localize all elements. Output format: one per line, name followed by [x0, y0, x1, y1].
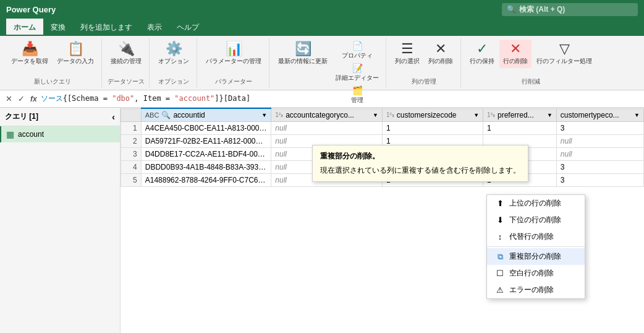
col-label-preferred: preferred...: [498, 111, 534, 119]
remove-top-rows-icon: ⬆: [494, 199, 506, 208]
cancel-formula-button[interactable]: ✕: [4, 93, 14, 104]
menu-item-remove-blank-rows[interactable]: ☐ 空白行の削除: [487, 265, 585, 282]
col-header-accountcategoryco[interactable]: 1²₃ accountcategoryco... ▼: [271, 108, 383, 122]
col-dropdown-accountid[interactable]: ▼: [261, 112, 267, 118]
cell-1-col2: null: [271, 122, 383, 135]
remove-blank-rows-icon: ☐: [494, 269, 506, 278]
remove-bottom-rows-icon: ⬇: [494, 215, 506, 225]
parameters-icon: 📊: [226, 42, 242, 56]
row-mgmt-label: 行削減: [522, 76, 540, 86]
remove-columns-button[interactable]: ✕ 列の削除: [425, 40, 457, 68]
menu-item-remove-bottom-rows[interactable]: ⬇ 下位の行の削除: [487, 212, 585, 228]
get-data-button[interactable]: 📥 データを取得: [7, 40, 52, 68]
menu-item-remove-errors[interactable]: ⚠ エラーの削除: [487, 282, 585, 298]
col-header-customertypeco[interactable]: customertypeco... ▼: [556, 108, 643, 122]
ribbon-group-data-source: 🔌 接続の管理 データソース: [103, 38, 150, 87]
ribbon-group-options: ⚙️ オプション オプション: [151, 38, 197, 87]
col-dropdown-customertypeco[interactable]: ▼: [634, 112, 640, 118]
remove-rows-icon: ✕: [510, 42, 521, 56]
advanced-editor-icon: 📝: [352, 63, 363, 73]
cell-5-accountid: A1488962-8788-4264-9FF0-C7C6225...: [141, 174, 271, 187]
cell-4-col5: 3: [556, 161, 643, 174]
col-label-accountcat: accountcategoryco...: [286, 111, 354, 119]
cell-1-col5: 3: [556, 122, 643, 135]
tab-view[interactable]: 表示: [140, 19, 169, 36]
remove-errors-icon: ⚠: [494, 285, 506, 295]
choose-columns-button[interactable]: ☰ 列の選択: [391, 40, 423, 68]
col-label-customertypeco: customertypeco...: [561, 111, 619, 119]
tooltip-title: 重複部分の削除。: [320, 150, 520, 162]
manage-connections-button[interactable]: 🔌 接続の管理: [107, 40, 145, 68]
refresh-button[interactable]: 🔄 最新の情報に更新: [274, 40, 331, 68]
options-button[interactable]: ⚙️ オプション: [155, 40, 193, 68]
tab-help[interactable]: ヘルプ: [169, 19, 206, 36]
properties-button[interactable]: 📄 プロパティ: [333, 40, 382, 61]
data-source-label: データソース: [108, 76, 145, 86]
menu-item-remove-duplicates[interactable]: ⧉ 重複部分の削除: [487, 248, 585, 265]
sidebar-item-account[interactable]: ▦ account: [0, 126, 120, 142]
row-num-2: 2: [121, 135, 142, 148]
col-type-customersize: 1²₃: [386, 111, 394, 118]
cell-1-col4: 1: [483, 122, 557, 135]
row-num-5: 5: [121, 174, 142, 187]
tooltip-body: 現在選択されている列に重複する値を含む行を削除します。: [320, 165, 520, 176]
keep-rows-icon: ✓: [477, 42, 488, 56]
menu-separator: [487, 246, 585, 247]
row-num-4: 4: [121, 161, 142, 174]
col-type-preferred: 1²₃: [487, 111, 495, 118]
ribbon-tabs: ホーム 変換 列を追加します 表示 ヘルプ: [0, 19, 644, 36]
search-box[interactable]: 🔍 検索 (Alt + Q): [502, 3, 638, 16]
enter-data-button[interactable]: 📋 データの入力: [53, 40, 98, 68]
cell-2-col5: null: [556, 135, 643, 148]
col-dropdown-accountcat[interactable]: ▼: [373, 112, 378, 118]
manage-parameters-button[interactable]: 📊 パラメーターの管理: [202, 40, 265, 68]
advanced-editor-button[interactable]: 📝 詳細エディター: [333, 62, 382, 84]
cell-3-accountid: D4DD8E17-CC2A-AE11-BDF4-002248...: [141, 148, 271, 161]
ribbon-group-column-mgmt: ☰ 列の選択 ✕ 列の削除 列の管理: [388, 38, 461, 87]
tab-transform[interactable]: 変換: [43, 19, 73, 36]
row-num-1: 1: [121, 122, 142, 135]
col-label-accountid: accountid: [173, 111, 205, 119]
remove-columns-icon: ✕: [435, 42, 446, 56]
column-mgmt-label: 列の管理: [412, 76, 436, 86]
new-query-label: 新しいクエリ: [34, 76, 71, 86]
cell-2-accountid: DA59721F-02B2-EA11-A812-000D3A...: [141, 135, 271, 148]
sidebar: クエリ [1] ‹ ▦ account: [0, 108, 121, 333]
tab-add-column[interactable]: 列を追加します: [73, 19, 140, 36]
get-data-icon: 📥: [22, 42, 38, 56]
cell-4-accountid: DBDD0B93-4A1B-4848-B83A-39352F...: [141, 161, 271, 174]
choose-columns-icon: ☰: [401, 42, 413, 56]
remove-rows-button[interactable]: ✕ 行の削除: [499, 40, 532, 68]
ribbon-group-query: 🔄 最新の情報に更新 📄 プロパティ 📝 詳細エディター 🗂️ 管理 クエリ: [271, 38, 386, 87]
col-dropdown-preferred[interactable]: ▼: [547, 112, 553, 118]
app-name: Power Query: [6, 5, 56, 14]
formula-input[interactable]: ソース{[Schema = "dbo", Item = "account"]}[…: [41, 93, 640, 104]
options-label: オプション: [158, 76, 189, 86]
context-menu: ⬆ 上位の行の削除 ⬇ 下位の行の削除 ↕ 代替行の削除 ⧉ 重複部分の削除 ☐…: [486, 194, 585, 299]
row-num-header: [121, 108, 142, 122]
filter-rows-button[interactable]: ▽ 行のフィルター処理: [533, 40, 596, 68]
menu-item-remove-alternate-rows[interactable]: ↕ 代替行の削除: [487, 228, 585, 245]
confirm-formula-button[interactable]: ✓: [16, 93, 27, 104]
ribbon-group-new-query: 📥 データを取得 📋 データの入力 新しいクエリ: [4, 38, 102, 87]
cell-1-col3: 1: [382, 122, 483, 135]
grid-area: ABC 🔍 accountid ▼ 1²₃ accountcategoryco.…: [121, 108, 644, 333]
title-bar: Power Query 🔍 検索 (Alt + Q): [0, 0, 644, 19]
refresh-icon: 🔄: [295, 42, 311, 56]
tab-home[interactable]: ホーム: [6, 19, 43, 36]
properties-icon: 📄: [352, 41, 363, 51]
col-type-accountcat: 1²₃: [275, 111, 283, 118]
sidebar-header: クエリ [1] ‹: [0, 108, 120, 126]
col-label-customersize: customersizecode: [397, 111, 457, 119]
ribbon: 📥 データを取得 📋 データの入力 新しいクエリ 🔌 接続の管理 データソース …: [0, 36, 644, 90]
row-num-3: 3: [121, 148, 142, 161]
col-header-customersizecode[interactable]: 1²₃ customersizecode ▼: [382, 108, 483, 122]
col-dropdown-customersize[interactable]: ▼: [473, 112, 479, 118]
menu-item-remove-top-rows[interactable]: ⬆ 上位の行の削除: [487, 195, 585, 212]
sidebar-collapse-button[interactable]: ‹: [112, 112, 115, 122]
col-header-accountid[interactable]: ABC 🔍 accountid ▼: [141, 108, 271, 122]
keep-rows-button[interactable]: ✓ 行の保持: [466, 40, 498, 68]
col-header-preferred[interactable]: 1²₃ preferred... ▼: [483, 108, 557, 122]
sidebar-item-label: account: [18, 130, 44, 139]
search-icon: 🔍: [507, 5, 516, 14]
